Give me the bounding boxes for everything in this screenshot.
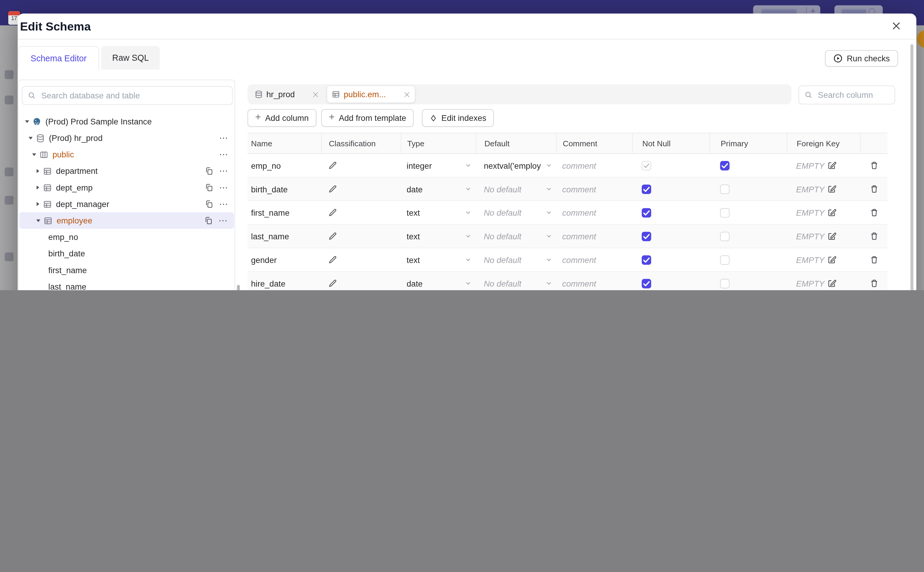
comment-input[interactable]: comment bbox=[562, 208, 596, 218]
tree-item--prod-prod-sample-instance[interactable]: (Prod) Prod Sample Instance bbox=[19, 113, 234, 129]
comment-input[interactable]: comment bbox=[562, 184, 596, 194]
comment-input[interactable]: comment bbox=[562, 278, 596, 288]
type-value[interactable]: text bbox=[407, 232, 420, 241]
column-name-cell: last_name bbox=[248, 225, 321, 248]
classification-cell bbox=[321, 248, 401, 271]
ellipsis-menu-icon[interactable]: ⋯ bbox=[219, 135, 229, 141]
comment-cell: comment bbox=[556, 154, 632, 177]
add-from-template-button[interactable]: + Add from template bbox=[321, 109, 414, 127]
trash-icon[interactable] bbox=[870, 161, 879, 170]
pencil-icon[interactable] bbox=[328, 208, 337, 217]
tree-item-last_name[interactable]: last_name bbox=[19, 278, 234, 290]
chip-close-icon[interactable] bbox=[313, 91, 319, 98]
pencil-icon[interactable] bbox=[328, 279, 337, 288]
primary-checkbox[interactable] bbox=[720, 184, 730, 194]
comment-input[interactable]: comment bbox=[562, 232, 596, 241]
close-icon[interactable] bbox=[892, 21, 901, 31]
default-value[interactable]: No default bbox=[484, 208, 521, 218]
default-value[interactable]: No default bbox=[484, 278, 521, 288]
tree-item-first_name[interactable]: first_name bbox=[19, 262, 234, 278]
pencil-icon[interactable] bbox=[328, 255, 337, 264]
trash-icon[interactable] bbox=[870, 208, 879, 217]
default-value[interactable]: No default bbox=[484, 232, 521, 241]
tab-schema-editor[interactable]: Schema Editor bbox=[18, 46, 99, 70]
trash-icon[interactable] bbox=[870, 255, 879, 264]
chevron-down-icon bbox=[545, 185, 553, 193]
comment-input[interactable]: comment bbox=[562, 161, 596, 170]
ellipsis-menu-icon[interactable]: ⋯ bbox=[219, 201, 229, 207]
edit-square-icon[interactable] bbox=[828, 232, 836, 241]
primary-checkbox[interactable] bbox=[720, 255, 730, 265]
ellipsis-menu-icon[interactable]: ⋯ bbox=[219, 168, 229, 174]
default-value[interactable]: No default bbox=[484, 184, 521, 194]
not-null-checkbox[interactable] bbox=[642, 255, 651, 265]
primary-checkbox[interactable] bbox=[720, 232, 730, 241]
chevron-down-icon bbox=[545, 209, 553, 217]
primary-checkbox[interactable] bbox=[720, 208, 730, 218]
edit-schema-modal: Edit Schema Schema Editor Raw SQL Run ch… bbox=[18, 14, 916, 290]
trash-icon[interactable] bbox=[870, 232, 879, 241]
type-value[interactable]: date bbox=[407, 278, 423, 288]
type-value[interactable]: date bbox=[407, 184, 423, 194]
editor-tab-public-em-[interactable]: public.em... bbox=[327, 86, 415, 103]
not-null-checkbox[interactable] bbox=[642, 208, 651, 218]
tree-item--prod-hr_prod[interactable]: (Prod) hr_prod⋯ bbox=[19, 130, 234, 146]
tree-item-birth_date[interactable]: birth_date bbox=[19, 245, 234, 262]
tree-item-emp_no[interactable]: emp_no bbox=[19, 229, 234, 245]
tree-item-department[interactable]: department⋯ bbox=[19, 163, 234, 179]
not-null-cell bbox=[633, 154, 710, 177]
not-null-checkbox[interactable] bbox=[642, 184, 651, 194]
column-search-input[interactable] bbox=[817, 90, 889, 100]
pencil-icon[interactable] bbox=[328, 161, 337, 170]
panel-resize-handle[interactable] bbox=[237, 285, 240, 290]
column-header-name: Name bbox=[248, 133, 321, 153]
tab-raw-sql[interactable]: Raw SQL bbox=[101, 46, 160, 70]
ellipsis-menu-icon[interactable]: ⋯ bbox=[219, 218, 228, 224]
type-value[interactable]: integer bbox=[407, 161, 432, 170]
run-checks-button[interactable]: Run checks bbox=[825, 50, 898, 67]
type-cell: text bbox=[401, 225, 476, 248]
trash-icon[interactable] bbox=[870, 185, 879, 194]
background-sidebar-icon bbox=[5, 252, 14, 261]
screen: + 17 Demo v2.13.2 Edit Schema Schema Edi… bbox=[0, 0, 924, 290]
editor-tab-hr_prod[interactable]: hr_prod bbox=[250, 86, 324, 103]
database-search-input[interactable] bbox=[40, 90, 227, 101]
copy-icon[interactable] bbox=[205, 200, 214, 208]
edit-square-icon[interactable] bbox=[828, 255, 836, 264]
edit-indexes-button[interactable]: Edit indexes bbox=[422, 109, 494, 127]
background-sidebar-icon bbox=[5, 95, 14, 104]
column-search bbox=[798, 85, 895, 104]
pencil-icon[interactable] bbox=[328, 232, 337, 241]
primary-checkbox[interactable] bbox=[720, 278, 730, 288]
edit-square-icon[interactable] bbox=[828, 185, 836, 194]
tree-item-dept_emp[interactable]: dept_emp⋯ bbox=[19, 179, 234, 196]
primary-cell bbox=[710, 201, 787, 224]
comment-input[interactable]: comment bbox=[562, 255, 596, 265]
default-value[interactable]: No default bbox=[484, 255, 521, 265]
modal-scrollbar[interactable] bbox=[910, 44, 913, 290]
pencil-icon[interactable] bbox=[328, 185, 337, 194]
copy-icon[interactable] bbox=[205, 216, 213, 225]
tree-item-public[interactable]: public⋯ bbox=[19, 146, 234, 163]
copy-icon[interactable] bbox=[205, 183, 214, 192]
trash-icon[interactable] bbox=[870, 279, 879, 288]
type-value[interactable]: text bbox=[407, 255, 420, 265]
edit-square-icon[interactable] bbox=[828, 161, 836, 170]
tree-item-employee[interactable]: employee⋯ bbox=[19, 212, 234, 229]
edit-square-icon[interactable] bbox=[828, 279, 836, 288]
add-column-button[interactable]: + Add column bbox=[248, 109, 316, 127]
default-value[interactable]: nextval('employ bbox=[484, 161, 541, 170]
not-null-cell bbox=[633, 248, 710, 271]
comment-cell: comment bbox=[556, 248, 632, 271]
not-null-checkbox[interactable] bbox=[642, 278, 651, 288]
not-null-checkbox[interactable] bbox=[642, 232, 651, 241]
edit-square-icon[interactable] bbox=[828, 208, 836, 217]
type-value[interactable]: text bbox=[407, 208, 420, 218]
foreign-key-cell: EMPTY bbox=[787, 154, 860, 177]
tree-item-dept_manager[interactable]: dept_manager⋯ bbox=[19, 196, 234, 212]
primary-checkbox[interactable] bbox=[720, 161, 730, 170]
ellipsis-menu-icon[interactable]: ⋯ bbox=[219, 152, 229, 158]
copy-icon[interactable] bbox=[205, 167, 214, 175]
ellipsis-menu-icon[interactable]: ⋯ bbox=[219, 185, 229, 191]
chip-close-icon[interactable] bbox=[404, 91, 410, 98]
